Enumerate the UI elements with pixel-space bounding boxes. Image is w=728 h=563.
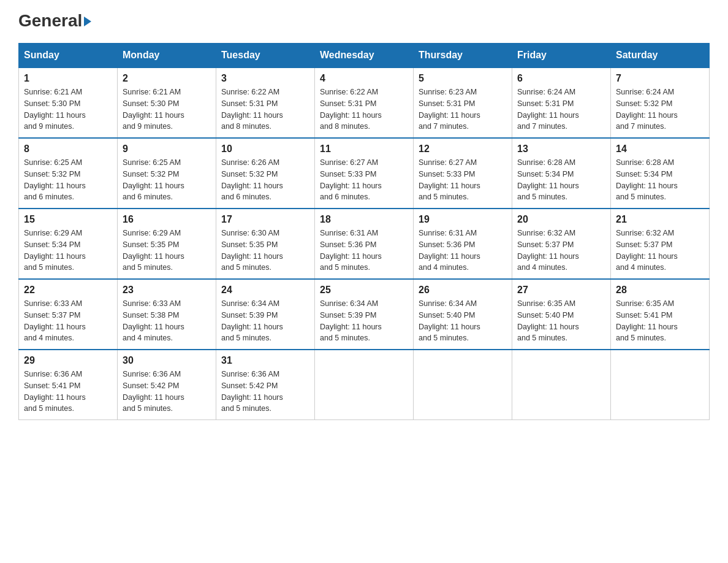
calendar-cell: 30 Sunrise: 6:36 AM Sunset: 5:42 PM Dayl… bbox=[118, 350, 216, 420]
calendar-cell: 8 Sunrise: 6:25 AM Sunset: 5:32 PM Dayli… bbox=[19, 138, 118, 209]
week-row: 15 Sunrise: 6:29 AM Sunset: 5:34 PM Dayl… bbox=[19, 209, 710, 279]
calendar-cell: 14 Sunrise: 6:28 AM Sunset: 5:34 PM Dayl… bbox=[611, 138, 710, 209]
day-number: 29 bbox=[24, 355, 112, 366]
calendar-cell: 20 Sunrise: 6:32 AM Sunset: 5:37 PM Dayl… bbox=[512, 209, 611, 279]
day-info: Sunrise: 6:35 AM Sunset: 5:40 PM Dayligh… bbox=[517, 298, 605, 344]
day-number: 27 bbox=[517, 285, 605, 296]
day-info: Sunrise: 6:30 AM Sunset: 5:35 PM Dayligh… bbox=[221, 228, 309, 274]
day-number: 25 bbox=[320, 285, 408, 296]
calendar-cell: 11 Sunrise: 6:27 AM Sunset: 5:33 PM Dayl… bbox=[315, 138, 414, 209]
calendar-cell: 12 Sunrise: 6:27 AM Sunset: 5:33 PM Dayl… bbox=[414, 138, 512, 209]
day-info: Sunrise: 6:29 AM Sunset: 5:34 PM Dayligh… bbox=[24, 228, 112, 274]
calendar-cell: 1 Sunrise: 6:21 AM Sunset: 5:30 PM Dayli… bbox=[19, 67, 118, 138]
calendar-cell: 15 Sunrise: 6:29 AM Sunset: 5:34 PM Dayl… bbox=[19, 209, 118, 279]
day-info: Sunrise: 6:34 AM Sunset: 5:39 PM Dayligh… bbox=[320, 298, 408, 344]
day-number: 13 bbox=[517, 144, 605, 155]
day-number: 23 bbox=[123, 285, 211, 296]
day-number: 19 bbox=[419, 214, 507, 225]
day-number: 26 bbox=[419, 285, 507, 296]
day-info: Sunrise: 6:27 AM Sunset: 5:33 PM Dayligh… bbox=[320, 157, 408, 203]
calendar-table: SundayMondayTuesdayWednesdayThursdayFrid… bbox=[18, 43, 710, 420]
day-info: Sunrise: 6:32 AM Sunset: 5:37 PM Dayligh… bbox=[616, 228, 704, 274]
day-number: 7 bbox=[616, 73, 704, 84]
calendar-cell bbox=[512, 350, 611, 420]
calendar-cell: 10 Sunrise: 6:26 AM Sunset: 5:32 PM Dayl… bbox=[216, 138, 315, 209]
day-info: Sunrise: 6:34 AM Sunset: 5:40 PM Dayligh… bbox=[419, 298, 507, 344]
day-info: Sunrise: 6:28 AM Sunset: 5:34 PM Dayligh… bbox=[616, 157, 704, 203]
weekday-header: Saturday bbox=[611, 44, 710, 68]
day-info: Sunrise: 6:35 AM Sunset: 5:41 PM Dayligh… bbox=[616, 298, 704, 344]
day-number: 22 bbox=[24, 285, 112, 296]
day-info: Sunrise: 6:21 AM Sunset: 5:30 PM Dayligh… bbox=[24, 86, 112, 132]
week-row: 1 Sunrise: 6:21 AM Sunset: 5:30 PM Dayli… bbox=[19, 67, 710, 138]
day-info: Sunrise: 6:27 AM Sunset: 5:33 PM Dayligh… bbox=[419, 157, 507, 203]
calendar-cell: 19 Sunrise: 6:31 AM Sunset: 5:36 PM Dayl… bbox=[414, 209, 512, 279]
weekday-header: Tuesday bbox=[216, 44, 315, 68]
weekday-header-row: SundayMondayTuesdayWednesdayThursdayFrid… bbox=[19, 44, 710, 68]
calendar-cell bbox=[414, 350, 512, 420]
day-info: Sunrise: 6:21 AM Sunset: 5:30 PM Dayligh… bbox=[123, 86, 211, 132]
calendar-cell: 27 Sunrise: 6:35 AM Sunset: 5:40 PM Dayl… bbox=[512, 279, 611, 350]
week-row: 29 Sunrise: 6:36 AM Sunset: 5:41 PM Dayl… bbox=[19, 350, 710, 420]
day-number: 2 bbox=[123, 73, 211, 84]
day-info: Sunrise: 6:32 AM Sunset: 5:37 PM Dayligh… bbox=[517, 228, 605, 274]
day-number: 9 bbox=[123, 144, 211, 155]
calendar-cell: 9 Sunrise: 6:25 AM Sunset: 5:32 PM Dayli… bbox=[118, 138, 216, 209]
day-number: 3 bbox=[221, 73, 309, 84]
weekday-header: Wednesday bbox=[315, 44, 414, 68]
calendar-cell: 13 Sunrise: 6:28 AM Sunset: 5:34 PM Dayl… bbox=[512, 138, 611, 209]
day-info: Sunrise: 6:26 AM Sunset: 5:32 PM Dayligh… bbox=[221, 157, 309, 203]
calendar-cell: 22 Sunrise: 6:33 AM Sunset: 5:37 PM Dayl… bbox=[19, 279, 118, 350]
day-info: Sunrise: 6:36 AM Sunset: 5:42 PM Dayligh… bbox=[123, 369, 211, 415]
day-number: 18 bbox=[320, 214, 408, 225]
calendar-cell: 3 Sunrise: 6:22 AM Sunset: 5:31 PM Dayli… bbox=[216, 67, 315, 138]
calendar-cell: 31 Sunrise: 6:36 AM Sunset: 5:42 PM Dayl… bbox=[216, 350, 315, 420]
calendar-cell: 7 Sunrise: 6:24 AM Sunset: 5:32 PM Dayli… bbox=[611, 67, 710, 138]
calendar-cell: 16 Sunrise: 6:29 AM Sunset: 5:35 PM Dayl… bbox=[118, 209, 216, 279]
day-number: 1 bbox=[24, 73, 112, 84]
day-number: 15 bbox=[24, 214, 112, 225]
calendar-cell: 17 Sunrise: 6:30 AM Sunset: 5:35 PM Dayl… bbox=[216, 209, 315, 279]
calendar-cell: 5 Sunrise: 6:23 AM Sunset: 5:31 PM Dayli… bbox=[414, 67, 512, 138]
week-row: 22 Sunrise: 6:33 AM Sunset: 5:37 PM Dayl… bbox=[19, 279, 710, 350]
day-number: 8 bbox=[24, 144, 112, 155]
day-number: 14 bbox=[616, 144, 704, 155]
day-number: 5 bbox=[419, 73, 507, 84]
day-number: 30 bbox=[123, 355, 211, 366]
day-number: 11 bbox=[320, 144, 408, 155]
day-number: 24 bbox=[221, 285, 309, 296]
day-number: 20 bbox=[517, 214, 605, 225]
calendar-cell: 23 Sunrise: 6:33 AM Sunset: 5:38 PM Dayl… bbox=[118, 279, 216, 350]
logo: General bbox=[18, 12, 91, 31]
day-info: Sunrise: 6:36 AM Sunset: 5:41 PM Dayligh… bbox=[24, 369, 112, 415]
day-info: Sunrise: 6:34 AM Sunset: 5:39 PM Dayligh… bbox=[221, 298, 309, 344]
day-info: Sunrise: 6:29 AM Sunset: 5:35 PM Dayligh… bbox=[123, 228, 211, 274]
calendar-cell: 29 Sunrise: 6:36 AM Sunset: 5:41 PM Dayl… bbox=[19, 350, 118, 420]
weekday-header: Friday bbox=[512, 44, 611, 68]
day-number: 10 bbox=[221, 144, 309, 155]
day-info: Sunrise: 6:22 AM Sunset: 5:31 PM Dayligh… bbox=[320, 86, 408, 132]
weekday-header: Thursday bbox=[414, 44, 512, 68]
day-info: Sunrise: 6:23 AM Sunset: 5:31 PM Dayligh… bbox=[419, 86, 507, 132]
day-number: 6 bbox=[517, 73, 605, 84]
day-number: 12 bbox=[419, 144, 507, 155]
logo-arrow-icon bbox=[84, 17, 91, 26]
calendar-cell: 26 Sunrise: 6:34 AM Sunset: 5:40 PM Dayl… bbox=[414, 279, 512, 350]
day-info: Sunrise: 6:24 AM Sunset: 5:32 PM Dayligh… bbox=[616, 86, 704, 132]
day-info: Sunrise: 6:22 AM Sunset: 5:31 PM Dayligh… bbox=[221, 86, 309, 132]
calendar-cell: 18 Sunrise: 6:31 AM Sunset: 5:36 PM Dayl… bbox=[315, 209, 414, 279]
calendar-cell: 25 Sunrise: 6:34 AM Sunset: 5:39 PM Dayl… bbox=[315, 279, 414, 350]
day-info: Sunrise: 6:28 AM Sunset: 5:34 PM Dayligh… bbox=[517, 157, 605, 203]
day-info: Sunrise: 6:33 AM Sunset: 5:38 PM Dayligh… bbox=[123, 298, 211, 344]
day-info: Sunrise: 6:36 AM Sunset: 5:42 PM Dayligh… bbox=[221, 369, 309, 415]
day-number: 4 bbox=[320, 73, 408, 84]
day-number: 16 bbox=[123, 214, 211, 225]
day-info: Sunrise: 6:33 AM Sunset: 5:37 PM Dayligh… bbox=[24, 298, 112, 344]
page-header: General bbox=[18, 12, 710, 31]
weekday-header: Sunday bbox=[19, 44, 118, 68]
day-info: Sunrise: 6:24 AM Sunset: 5:31 PM Dayligh… bbox=[517, 86, 605, 132]
calendar-cell bbox=[315, 350, 414, 420]
calendar-cell: 2 Sunrise: 6:21 AM Sunset: 5:30 PM Dayli… bbox=[118, 67, 216, 138]
weekday-header: Monday bbox=[118, 44, 216, 68]
calendar-cell bbox=[611, 350, 710, 420]
